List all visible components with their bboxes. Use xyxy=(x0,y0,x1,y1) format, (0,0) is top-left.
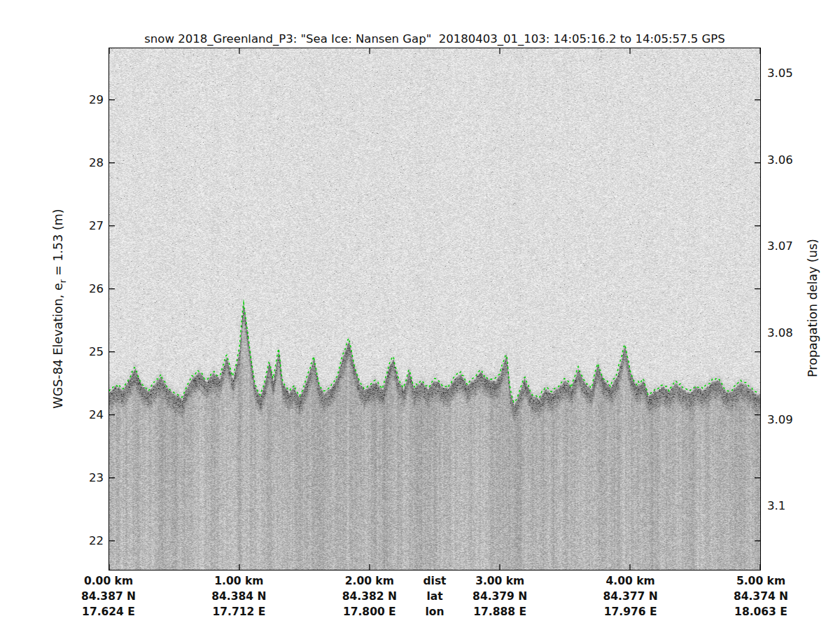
axis-key-label: dist xyxy=(372,573,498,589)
delay-tick-label: 3.09 xyxy=(767,412,816,428)
plot-area xyxy=(108,48,761,570)
distance-tick-label: 1.00 km xyxy=(176,573,302,589)
elevation-tick-label: 28 xyxy=(41,155,104,171)
longitude-tick-label: 17.976 E xyxy=(568,604,694,620)
echogram-canvas xyxy=(109,48,760,570)
axis-key-label: lon xyxy=(372,604,498,620)
delay-tick-label: 3.07 xyxy=(767,239,816,254)
distance-lat-lon-column: 5.00 km84.374 N18.063 E xyxy=(698,573,824,620)
latitude-tick-label: 84.384 N xyxy=(176,589,302,604)
longitude-tick-label: 17.712 E xyxy=(176,604,302,620)
latitude-tick-label: 84.387 N xyxy=(46,589,172,604)
latitude-tick-label: 84.377 N xyxy=(568,589,694,604)
elevation-tick-label: 26 xyxy=(41,281,104,297)
elevation-tick-label: 22 xyxy=(41,533,104,549)
elevation-tick-label: 24 xyxy=(41,407,104,423)
elevation-tick-label: 29 xyxy=(41,92,104,108)
distance-lat-lon-column: 1.00 km84.384 N17.712 E xyxy=(176,573,302,620)
longitude-tick-label: 18.063 E xyxy=(698,604,824,620)
distance-lat-lon-column: 0.00 km84.387 N17.624 E xyxy=(46,573,172,620)
axis-key-column: distlatlon xyxy=(372,573,498,620)
distance-tick-label: 0.00 km xyxy=(46,573,172,589)
delay-tick-label: 3.1 xyxy=(767,498,816,514)
longitude-tick-label: 17.624 E xyxy=(46,604,172,620)
y-axis-label-left: WGS-84 Elevation, er = 1.53 (m) xyxy=(51,209,68,408)
axis-key-label: lat xyxy=(372,589,498,604)
elevation-tick-label: 23 xyxy=(41,470,104,486)
delay-tick-label: 3.08 xyxy=(767,326,816,341)
y-axis-label-right: Propagation delay (us) xyxy=(806,239,820,377)
distance-lat-lon-column: 4.00 km84.377 N17.976 E xyxy=(568,573,694,620)
echogram-figure: snow 2018_Greenland_P3: "Sea Ice: Nansen… xyxy=(0,0,840,630)
delay-tick-label: 3.05 xyxy=(767,66,816,81)
distance-tick-label: 4.00 km xyxy=(568,573,694,589)
delay-tick-label: 3.06 xyxy=(767,153,816,168)
chart-title: snow 2018_Greenland_P3: "Sea Ice: Nansen… xyxy=(144,32,724,46)
elevation-tick-label: 27 xyxy=(41,218,104,234)
latitude-tick-label: 84.374 N xyxy=(698,589,824,604)
elevation-tick-label: 25 xyxy=(41,344,104,360)
distance-tick-label: 5.00 km xyxy=(698,573,824,589)
